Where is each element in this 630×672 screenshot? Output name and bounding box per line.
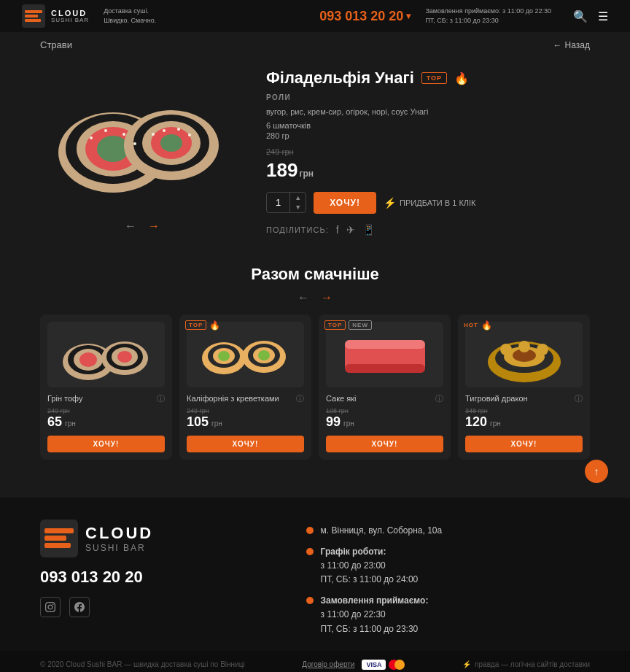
back-link[interactable]: ← Назад (553, 40, 590, 50)
menu-icon[interactable]: ☰ (598, 9, 608, 23)
svg-point-33 (218, 351, 230, 361)
product-image (47, 65, 237, 211)
footer-copyright: © 2020 Cloud Sushi BAR — швидка доставка… (40, 660, 245, 668)
facebook-share-icon[interactable]: f (336, 224, 339, 236)
footer-hours-row: Графік роботи: з 11:00 до 23:00 ПТ, СБ: … (306, 545, 590, 587)
footer-orders: Замовлення приймаємо: з 11:00 до 22:30 П… (321, 594, 429, 636)
svg-rect-3 (25, 19, 41, 22)
card-name-0: Грін тофу (47, 394, 83, 403)
card-name-3: Тигровий дракон (465, 394, 528, 403)
svg-rect-2 (25, 15, 38, 18)
footer-phone[interactable]: 093 013 20 20 (40, 568, 277, 587)
viber-share-icon[interactable]: 📱 (362, 224, 375, 236)
old-price: 249 грн (266, 147, 294, 156)
visa-icon: VISA (362, 660, 386, 670)
together-nav: ← → (40, 291, 590, 304)
footer-left: CLOUD SUSHI BAR 093 013 20 20 (40, 520, 277, 636)
arrow-left-icon: ← (553, 40, 562, 50)
header-tagline: Доставка суші. Швидко. Смачно. (104, 7, 156, 25)
svg-point-20 (177, 128, 180, 131)
mastercard-icon (389, 660, 405, 670)
together-prev[interactable]: ← (298, 291, 309, 304)
add-to-cart-row: 1 ▲ ▼ ХОЧУ! ⚡ ПРИДБАТИ В 1 КЛІК (266, 192, 590, 214)
info-icon-2[interactable]: ⓘ (435, 393, 443, 404)
share-row: ПОДІЛИТИСЬ: f ✈ 📱 (266, 224, 590, 236)
product-section: ← → Філадельфія Унагі TOP 🔥 РОЛИ вугор, … (0, 58, 630, 250)
facebook-icon[interactable] (69, 597, 90, 617)
one-click-button[interactable]: ⚡ ПРИДБАТИ В 1 КЛІК (384, 197, 475, 209)
svg-point-17 (133, 142, 136, 145)
footer-orders-row: Замовлення приймаємо: з 11:00 до 22:30 П… (306, 594, 590, 636)
card-image-0 (47, 322, 165, 387)
card-want-btn-0[interactable]: ХОЧУ! (47, 436, 165, 452)
svg-rect-49 (44, 528, 74, 533)
info-icon-0[interactable]: ⓘ (157, 393, 165, 404)
footer-logo-icon (40, 520, 78, 557)
next-arrow[interactable]: → (148, 220, 160, 233)
quantity-display: 1 (267, 193, 290, 212)
address-dot (306, 527, 314, 534)
footer-address-row: м. Вінниця, вул. Соборна, 10а (306, 524, 590, 538)
chevron-down-icon: ▾ (406, 11, 411, 21)
product-card-2: TOP NEW Саке які ⓘ 108 грн 99 грн (319, 314, 451, 460)
logo-icon (22, 4, 45, 28)
svg-point-25 (79, 352, 97, 367)
card-want-btn-3[interactable]: ХОЧУ! (465, 436, 583, 452)
product-weight: 280 гр (266, 131, 590, 140)
header-icons: 🔍 ☰ (573, 9, 608, 23)
footer-main: CLOUD SUSHI BAR 093 013 20 20 м. Вінниця… (0, 498, 630, 651)
share-label: ПОДІЛИТИСЬ: (266, 225, 329, 234)
product-card-0: Грін тофу ⓘ 249 грн 65 грн ХОЧУ! (40, 314, 172, 460)
logo-text: CLOUD SUSHI BAR (51, 9, 89, 24)
product-card-1: TOP 🔥 Каліфорнія з креветками ⓘ (179, 314, 311, 460)
svg-point-46 (518, 341, 530, 352)
together-title: Разом смачніше (40, 265, 590, 284)
product-description: вугор, рис, крем-сир, огірок, норі, соус… (266, 106, 590, 118)
footer-bottom: © 2020 Cloud Sushi BAR — швидка доставка… (0, 651, 630, 672)
svg-point-13 (160, 134, 182, 152)
quantity-increase[interactable]: ▲ (290, 193, 306, 203)
card-old-price-0: 249 грн (47, 407, 165, 414)
scroll-top-button[interactable]: ↑ (585, 460, 608, 483)
card-name-row-3: Тигровий дракон ⓘ (465, 393, 583, 404)
card-name-row-0: Грін тофу ⓘ (47, 393, 165, 404)
current-price: 189грн (266, 159, 314, 182)
top-badge: TOP (421, 72, 447, 84)
scroll-top-area: ↑ (0, 460, 630, 483)
hot-emoji-3: 🔥 (481, 320, 492, 331)
card-old-price-3: 348 грн (465, 407, 583, 414)
card-image-3 (465, 322, 583, 387)
svg-rect-50 (44, 536, 66, 541)
logo[interactable]: CLOUD SUSHI BAR (22, 4, 89, 28)
top-badge-1: TOP (185, 320, 206, 330)
prev-arrow[interactable]: ← (125, 220, 136, 233)
product-title-row: Філадельфія Унагі TOP 🔥 (266, 69, 590, 88)
orders-dot (306, 597, 314, 604)
svg-point-47 (537, 344, 548, 355)
header-phone[interactable]: 093 013 20 20 ▾ (319, 9, 411, 24)
together-next[interactable]: → (321, 291, 332, 304)
card-want-btn-1[interactable]: ХОЧУ! (187, 436, 304, 452)
info-icon-3[interactable]: ⓘ (575, 393, 583, 404)
product-pieces: 6 шматочків (266, 121, 590, 130)
svg-point-21 (188, 134, 191, 136)
offer-link[interactable]: Договір оферти (302, 660, 354, 668)
quantity-decrease[interactable]: ▼ (290, 203, 306, 212)
hot-label-3: HOT (464, 322, 478, 328)
product-title: Філадельфія Унагі (266, 69, 414, 88)
quantity-buttons: ▲ ▼ (290, 193, 306, 212)
telegram-share-icon[interactable]: ✈ (346, 224, 355, 236)
instagram-icon[interactable] (40, 597, 61, 617)
payment-icons: VISA (362, 660, 405, 670)
current-price-row: 189грн (266, 159, 590, 182)
want-button[interactable]: ХОЧУ! (314, 192, 376, 214)
svg-point-14 (90, 136, 93, 139)
breadcrumb-bar: Страви ← Назад (0, 32, 630, 58)
card-image-1 (187, 322, 304, 387)
info-icon-1[interactable]: ⓘ (296, 393, 304, 404)
svg-point-16 (122, 133, 125, 136)
card-want-btn-2[interactable]: ХОЧУ! (326, 436, 443, 452)
product-category: РОЛИ (266, 93, 590, 101)
top-badge-2: TOP (324, 320, 346, 330)
search-icon[interactable]: 🔍 (573, 9, 588, 23)
